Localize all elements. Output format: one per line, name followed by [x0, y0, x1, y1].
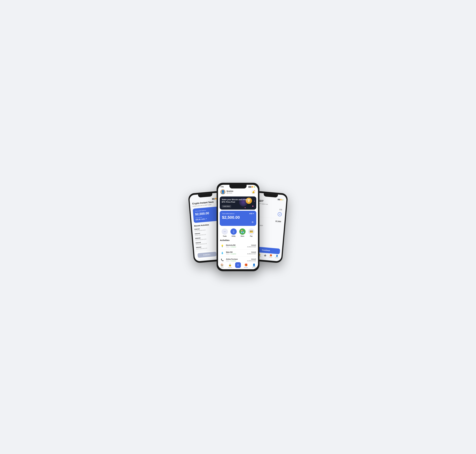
electricity-icon: 💡	[220, 244, 225, 248]
balance-amount: $2,500.00	[222, 215, 254, 220]
water-amount-col: Amount 10,000.00 NGN	[247, 251, 256, 255]
water-amount: 10,000.00 NGN	[247, 253, 256, 255]
user-name: Ibrahim	[227, 190, 233, 192]
user-handle: @consul	[227, 192, 233, 194]
balance-eye-row: 👁	[222, 221, 254, 224]
signal-icon: ▐▐▐	[248, 186, 251, 188]
notification-badge	[254, 190, 255, 191]
refresh-icon[interactable]: ↺	[277, 212, 282, 216]
electricity-info: Electricity Bill Status > Completed	[226, 244, 247, 248]
store-label: Store	[241, 235, 244, 237]
center-header: Ibrahim @consul 🔔	[218, 188, 258, 196]
banner-link[interactable]: Learn More	[222, 205, 231, 208]
airtime-name: Airtime Purchase	[226, 258, 247, 260]
home-icon: 🏠	[220, 263, 223, 266]
reward-icon: 🎁	[245, 263, 248, 266]
balance-card: Total wallet balance USD ▾ $2,500.00 👁	[220, 211, 256, 226]
center-phone-screen: 9:41 ▐▐▐ 📶 🔋 Ibrahim @consul 🔔	[218, 185, 258, 269]
pay-label: Pay	[250, 235, 253, 237]
activities-title: Activities	[220, 239, 256, 242]
airtime-amount-col: Amount 10,000.00 NGN	[247, 258, 256, 262]
water-name: Water Bill	[226, 251, 247, 253]
action-buttons: ↔ Trade ▯ Utility 🏪 Store 💳 Pay	[218, 227, 258, 238]
nav-reward[interactable]: 🎁 Reward	[243, 263, 249, 268]
nav-account-label: Account	[252, 267, 256, 268]
water-amount-label: Amount	[247, 251, 256, 253]
center-phone: 9:41 ▐▐▐ 📶 🔋 Ibrahim @consul 🔔	[217, 183, 259, 271]
activity-item-electricity: 💡 Electricity Bill Status > Completed Am…	[220, 242, 256, 250]
electricity-amount-col: Amount 10,000.00 NGN	[247, 244, 256, 248]
water-icon: 💧	[220, 251, 225, 255]
phone-scene: ▐▐▐ 📶 🔋 Crypto Instant Save Convert your…	[188, 174, 288, 280]
store-icon: 🏪	[239, 228, 246, 235]
notification-bell[interactable]: 🔔	[251, 190, 256, 194]
trade-label: Trade	[223, 235, 227, 237]
right-amount-input: 0.5	[256, 206, 284, 211]
nav-reward-label: Reward	[244, 267, 248, 268]
utility-button[interactable]: ▯ Utility	[230, 228, 237, 237]
nav-item-account[interactable]: 👤 Account	[275, 255, 279, 258]
electricity-name: Electricity Bill	[226, 244, 247, 246]
airtime-status: Status > Completed	[226, 260, 247, 262]
electricity-amount: 10,000.00 NGN	[247, 246, 256, 248]
airtime-amount: 10,000.00 NGN	[247, 260, 256, 262]
user-info: Ibrahim @consul	[227, 190, 233, 194]
center-phone-notch	[230, 185, 246, 189]
water-status: Status > Completed	[226, 253, 247, 255]
user-profile[interactable]: Ibrahim @consul	[220, 189, 233, 195]
banner-title: Stake your Bitcoin and enter our BTC Pri…	[222, 198, 254, 203]
nav-portfolio-label: Portfolio	[228, 267, 232, 268]
nav-item-add[interactable]: ➕	[264, 254, 266, 257]
nav-add[interactable]: +	[235, 264, 241, 268]
utility-icon: ▯	[230, 228, 237, 235]
account-icon: 👤	[253, 263, 256, 266]
trade-icon: ↔	[222, 228, 228, 235]
status-time: 9:41	[221, 186, 224, 188]
store-button[interactable]: 🏪 Store	[239, 228, 246, 237]
wifi-icon: 📶	[252, 186, 253, 188]
airtime-amount-label: Amount	[247, 258, 256, 260]
pay-button[interactable]: 💳 Pay	[248, 228, 254, 237]
battery-icon: 🔋	[254, 186, 255, 188]
cancel-button[interactable]: CANCEL	[198, 252, 217, 258]
portfolio-icon: 🔒	[228, 263, 231, 266]
banner-text: Stake your Bitcoin and enter our BTC Pri…	[222, 198, 254, 208]
nav-account[interactable]: 👤 Account	[251, 263, 257, 268]
nav-item-reward[interactable]: 🎁 Reward	[269, 254, 273, 258]
airtime-icon: 📞	[220, 258, 225, 262]
visibility-icon[interactable]: 👁	[251, 221, 254, 224]
avatar	[220, 189, 225, 195]
promo-banner[interactable]: Stake your Bitcoin and enter our BTC Pri…	[220, 197, 256, 210]
bottom-navigation: 🏠 Home 🔒 Portfolio + 🎁 Reward 👤 Account	[218, 262, 258, 269]
nav-portfolio[interactable]: 🔒 Portfolio	[227, 263, 233, 268]
balance-label: Total wallet balance	[222, 213, 234, 214]
utility-label: Utility	[231, 235, 236, 237]
water-info: Water Bill Status > Completed	[226, 251, 247, 255]
nav-home-label: Home	[220, 267, 223, 268]
trade-button[interactable]: ↔ Trade	[222, 228, 228, 237]
activity-item-water: 💧 Water Bill Status > Completed Amount 1…	[220, 250, 256, 257]
currency-selector[interactable]: USD ▾	[249, 213, 254, 215]
nav-home[interactable]: 🏠 Home	[219, 263, 225, 268]
pay-icon: 💳	[248, 228, 254, 235]
right-refresh-row: ↺	[255, 210, 283, 217]
electricity-amount-label: Amount	[247, 244, 256, 246]
airtime-info: Airtime Purchase Status > Completed	[226, 258, 247, 262]
currency-value: USD	[249, 213, 253, 214]
chevron-down-icon: ▾	[253, 213, 254, 215]
electricity-status: Status > Completed	[226, 246, 247, 248]
add-button[interactable]: +	[235, 262, 241, 268]
balance-top-row: Total wallet balance USD ▾	[222, 213, 254, 215]
